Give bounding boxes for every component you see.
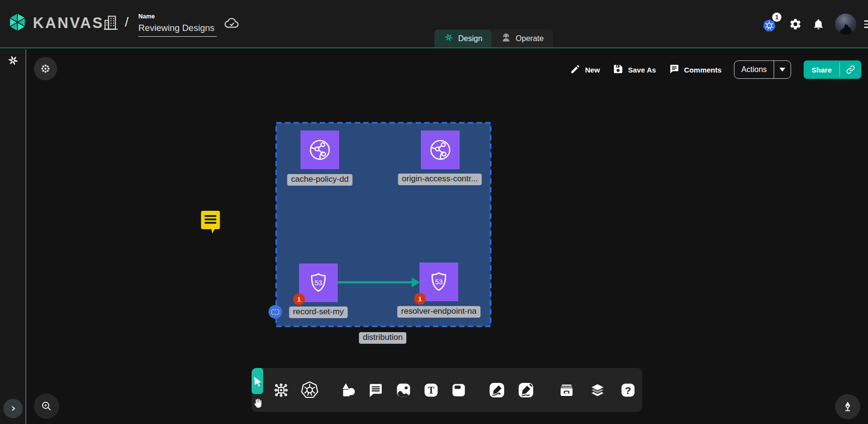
breadcrumb-slash: / (125, 15, 129, 30)
cloudfront-globe-icon (307, 137, 333, 163)
route53-shield-icon: 53 (427, 270, 450, 293)
comments-label: Comments (684, 66, 722, 74)
node-issue-badge[interactable]: 1 (293, 293, 305, 305)
design-tab-icon (444, 32, 454, 44)
node-origin-access-control[interactable] (421, 131, 460, 169)
mode-tabs: Design Operate (434, 29, 553, 47)
kanvas-logo-icon (7, 12, 28, 35)
pen-tool-fab[interactable] (835, 394, 860, 419)
comment-bubble-icon (367, 381, 385, 399)
save-floppy-icon (613, 63, 624, 76)
operate-tab-label: Operate (516, 34, 544, 43)
notifications-bell-button[interactable] (812, 18, 824, 30)
save-as-label: Save As (628, 66, 656, 74)
overflow-menu-icon[interactable] (864, 14, 868, 35)
sidebar-expand-button[interactable] (3, 399, 23, 418)
actions-caret-icon[interactable] (774, 61, 791, 78)
pan-hand-tool[interactable] (252, 394, 263, 412)
image-tool[interactable] (395, 381, 412, 399)
new-button[interactable]: New (570, 64, 600, 76)
actions-dropdown-button[interactable]: Actions (734, 60, 791, 79)
group-selection-handle[interactable] (269, 305, 282, 319)
node-label: resolver-endpoint-na (397, 306, 480, 318)
comments-bubble-icon (669, 63, 680, 76)
operate-tab-icon (501, 32, 511, 45)
pointer-tools-column (252, 368, 263, 412)
bottom-toolbar: T (252, 368, 642, 412)
cloud-sync-icon (223, 15, 241, 33)
svg-text:53: 53 (435, 278, 443, 286)
help-icon: ? (619, 381, 637, 399)
design-name-input[interactable] (138, 22, 217, 37)
kubernetes-context-badge: 1 (772, 13, 781, 22)
node-label: origin-access-contr... (398, 174, 482, 185)
text-tool[interactable]: T (422, 381, 440, 399)
organization-icon[interactable] (102, 14, 120, 34)
chip-icon (273, 382, 289, 398)
node-issue-badge[interactable]: 1 (414, 293, 426, 305)
save-as-button[interactable]: Save As (613, 63, 656, 76)
comment-tool[interactable] (367, 381, 385, 399)
kubernetes-wheel-icon (300, 380, 319, 400)
svg-text:T: T (428, 385, 434, 395)
drawer-icon (557, 381, 576, 399)
comments-button[interactable]: Comments (669, 63, 722, 76)
canvas-comment-marker[interactable] (200, 210, 221, 234)
freehand-draw-tool[interactable] (517, 381, 535, 399)
route53-shield-icon: 53 (307, 271, 330, 294)
actions-label: Actions (734, 61, 773, 78)
help-tool[interactable]: ? (619, 381, 637, 399)
settings-gear-button[interactable] (789, 18, 802, 30)
share-link-icon[interactable] (840, 60, 861, 79)
infrastructure-tools (263, 368, 329, 412)
shapes-icon (339, 381, 357, 399)
components-chip-tool[interactable] (273, 382, 289, 398)
layers-tool[interactable] (588, 381, 607, 399)
node-record-set[interactable]: 53 (299, 263, 338, 302)
user-avatar[interactable] (835, 14, 856, 35)
dashed-rect-icon (271, 309, 279, 315)
note-tool[interactable] (450, 381, 467, 399)
share-label: Share (804, 60, 839, 79)
node-label: record-set-my (289, 307, 348, 318)
svg-text:?: ? (625, 384, 631, 395)
tab-design[interactable]: Design (434, 29, 492, 47)
cursor-icon (252, 376, 263, 387)
edge-arrow[interactable] (338, 275, 421, 290)
new-pencil-icon (570, 64, 581, 76)
app-header: KANVAS / Name (0, 0, 868, 48)
node-label: cache-policy-dd (287, 174, 352, 186)
origin-access-globe-icon (427, 137, 453, 163)
image-icon (395, 381, 412, 399)
annotation-tools: T (329, 368, 477, 412)
kubernetes-context-button[interactable]: 1 (762, 15, 778, 34)
select-cursor-tool[interactable] (252, 368, 263, 394)
meshery-logo-icon (7, 54, 19, 69)
pencil-scribble-icon (517, 381, 535, 399)
kubernetes-tool[interactable] (300, 380, 319, 400)
design-name-label: Name (138, 13, 155, 20)
group-label: distribution (359, 332, 406, 344)
zoom-in-fab[interactable] (34, 394, 59, 419)
drawer-tool[interactable] (557, 381, 576, 399)
canvas-settings-fab[interactable] (34, 57, 57, 80)
shapes-tool[interactable] (339, 381, 357, 399)
brand[interactable]: KANVAS (7, 12, 104, 35)
share-button[interactable]: Share (804, 60, 861, 79)
node-resolver-endpoint[interactable]: 53 (419, 263, 458, 301)
left-sidebar (0, 49, 26, 424)
design-tab-label: Design (458, 34, 482, 43)
note-card-icon (450, 381, 467, 399)
design-name-field: Name (138, 12, 217, 37)
design-action-bar: New Save As Comments Actions Share (570, 60, 861, 79)
drawing-tools (477, 368, 546, 412)
text-icon: T (422, 381, 440, 399)
edge-pen-tool[interactable] (488, 381, 506, 399)
node-cache-policy[interactable] (300, 131, 339, 169)
pen-path-icon (488, 381, 506, 399)
new-label: New (585, 66, 600, 74)
svg-text:53: 53 (314, 279, 322, 287)
header-right: 1 (762, 0, 868, 48)
brand-name: KANVAS (33, 15, 104, 32)
tab-operate[interactable]: Operate (492, 29, 553, 47)
